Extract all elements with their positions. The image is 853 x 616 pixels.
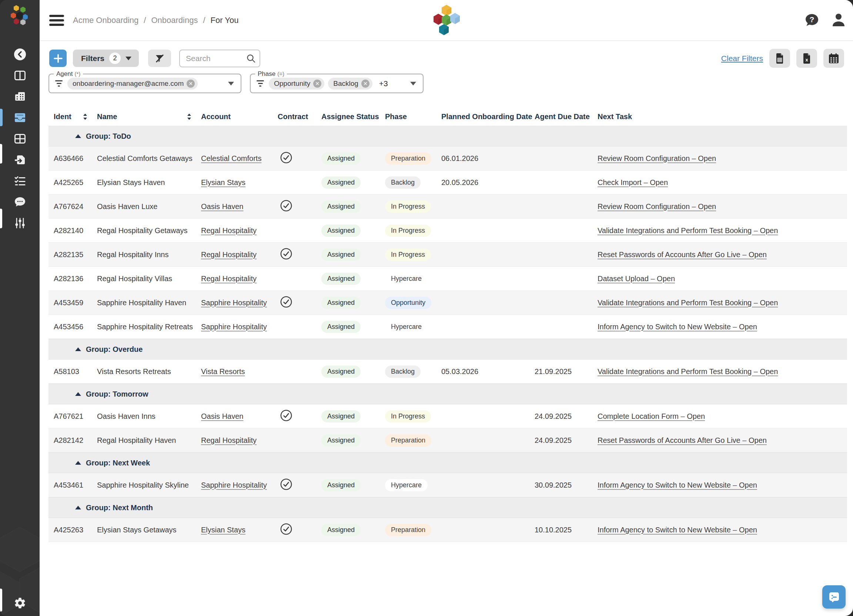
column-header-name[interactable]: Name — [97, 112, 201, 121]
table-row[interactable]: A453459 Sapphire Hospitality Haven Sapph… — [49, 291, 847, 315]
sidebar-item-tasks[interactable] — [0, 170, 39, 191]
filters-label: Filters — [81, 54, 105, 63]
account-link[interactable]: Sapphire Hospitality — [201, 298, 267, 307]
phase-filter-field[interactable]: Phase(=) Opportunity ✕ Backlog ✕ +3 — [250, 74, 423, 93]
column-header-ident[interactable]: Ident — [49, 112, 97, 121]
table-row[interactable]: A767624 Oasis Haven Luxe Oasis Haven Ass… — [49, 195, 847, 219]
group-header-row[interactable]: Group: Tomorrow — [49, 384, 847, 404]
cell-account: Sapphire Hospitality — [201, 298, 278, 307]
table-row[interactable]: A425263 Elysian Stays Getaways Elysian S… — [49, 518, 847, 542]
cell-assignee-status: Assigned — [321, 153, 385, 165]
breadcrumb-item[interactable]: Onboardings — [151, 15, 198, 25]
table-body: Group: ToDo A636466 Celestial Comforts G… — [49, 126, 847, 542]
filters-dropdown-button[interactable]: Filters 2 — [73, 50, 139, 67]
next-task-link[interactable]: Dataset Upload – Open — [598, 274, 675, 283]
next-task-link[interactable]: Reset Passwords of Accounts After Go Liv… — [598, 436, 767, 444]
sort-icon — [83, 113, 87, 120]
user-avatar-icon[interactable] — [832, 13, 845, 28]
group-header-row[interactable]: Group: Overdue — [49, 339, 847, 360]
next-task-link[interactable]: Validate Integrations and Perform Test B… — [598, 226, 778, 235]
sidebar-collapse-button[interactable] — [0, 44, 39, 65]
filter-lines-icon — [55, 80, 62, 86]
account-link[interactable]: Oasis Haven — [201, 202, 244, 210]
account-link[interactable]: Vista Resorts — [201, 367, 245, 375]
group-header-row[interactable]: Group: Next Month — [49, 497, 847, 518]
breadcrumb-item[interactable]: Acme Onboarding — [73, 15, 138, 25]
table-row[interactable]: A453461 Sapphire Hospitality Skyline Sap… — [49, 473, 847, 497]
remove-chip-icon[interactable]: ✕ — [187, 80, 195, 88]
filter-off-button[interactable] — [148, 50, 171, 67]
settings-gear-icon[interactable] — [14, 597, 26, 609]
account-link[interactable]: Elysian Stays — [201, 526, 246, 534]
sidebar-item-inbox[interactable] — [0, 107, 39, 128]
account-link[interactable]: Celestial Comforts — [201, 154, 261, 162]
next-task-link[interactable]: Validate Integrations and Perform Test B… — [598, 367, 778, 375]
next-task-link[interactable]: Inform Agency to Switch to New Website –… — [598, 322, 757, 331]
phase-badge: Backlog — [385, 177, 420, 189]
table-row[interactable]: A767621 Oasis Haven Inns Oasis Haven Ass… — [49, 404, 847, 428]
group-header-row[interactable]: Group: Next Week — [49, 453, 847, 473]
sidebar-active-indicator — [0, 109, 3, 126]
phase-badge: In Progress — [385, 225, 431, 237]
sidebar-item-table[interactable] — [0, 128, 39, 149]
sidebar-item-sliders[interactable] — [0, 212, 39, 233]
column-header-next-task: Next Task — [598, 112, 847, 121]
column-header-contract: Contract — [278, 112, 321, 121]
chevron-down-icon[interactable] — [228, 82, 234, 85]
collapse-triangle-icon — [75, 392, 81, 396]
next-task-link[interactable]: Complete Location Form – Open — [598, 412, 705, 420]
calendar-button[interactable] — [823, 49, 844, 68]
chevron-down-icon[interactable] — [410, 82, 416, 85]
account-link[interactable]: Regal Hospitality — [201, 226, 257, 235]
table-row[interactable]: A453456 Sapphire Hospitality Retreats Sa… — [49, 315, 847, 339]
next-task-link[interactable]: Review Room Configuration – Open — [598, 202, 716, 210]
table-row[interactable]: A282140 Regal Hospitality Getaways Regal… — [49, 219, 847, 243]
sidebar-flag — [0, 209, 2, 228]
next-task-link[interactable]: Validate Integrations and Perform Test B… — [598, 298, 778, 307]
export-csv-button[interactable] — [770, 49, 790, 68]
account-link[interactable]: Regal Hospitality — [201, 274, 257, 283]
sidebar-item-chat[interactable] — [0, 191, 39, 212]
cell-assignee-status: Assigned — [321, 410, 385, 422]
table-row[interactable]: A282136 Regal Hospitality Villas Regal H… — [49, 267, 847, 291]
active-filters: Agent(*) onboardering-manager@acme.com ✕… — [39, 74, 853, 93]
export-excel-button[interactable]: x — [796, 49, 817, 68]
account-link[interactable]: Regal Hospitality — [201, 436, 257, 444]
account-link[interactable]: Sapphire Hospitality — [201, 322, 267, 331]
next-task-link[interactable]: Inform Agency to Switch to New Website –… — [598, 481, 757, 489]
account-link[interactable]: Regal Hospitality — [201, 250, 257, 259]
assignee-status-badge: Assigned — [321, 297, 361, 309]
table-row[interactable]: A282135 Regal Hospitality Inns Regal Hos… — [49, 243, 847, 267]
help-icon[interactable]: ? — [804, 13, 820, 28]
remove-chip-icon[interactable]: ✕ — [361, 80, 369, 88]
next-task-link[interactable]: Check Import – Open — [598, 178, 668, 186]
collapse-triangle-icon — [75, 506, 81, 509]
table-row[interactable]: A282142 Regal Hospitality Haven Regal Ho… — [49, 428, 847, 453]
group-header-row[interactable]: Group: ToDo — [49, 126, 847, 147]
table-row[interactable]: A58103 Vista Resorts Retreats Vista Reso… — [49, 360, 847, 384]
feedback-chat-button[interactable] — [822, 585, 845, 608]
next-task-link[interactable]: Review Room Configuration – Open — [598, 154, 716, 162]
cell-account: Sapphire Hospitality — [201, 481, 278, 489]
next-task-link[interactable]: Reset Passwords of Accounts After Go Liv… — [598, 250, 767, 259]
agent-filter-field[interactable]: Agent(*) onboardering-manager@acme.com ✕ — [49, 74, 241, 93]
sidebar-item-boards[interactable] — [0, 65, 39, 86]
sidebar-item-import[interactable] — [0, 149, 39, 170]
next-task-link[interactable]: Inform Agency to Switch to New Website –… — [598, 526, 757, 534]
assignee-status-badge: Assigned — [321, 524, 361, 536]
phase-badge: Hypercare — [385, 272, 428, 285]
add-button[interactable] — [49, 50, 67, 67]
cell-phase: In Progress — [385, 249, 441, 261]
cell-ident: A282136 — [49, 274, 97, 283]
column-header-phase: Phase — [385, 112, 441, 121]
sidebar-item-company[interactable] — [0, 86, 39, 107]
account-link[interactable]: Elysian Stays — [201, 178, 246, 186]
cell-agent-due-date: 30.09.2025 — [534, 481, 598, 489]
clear-filters-link[interactable]: Clear Filters — [721, 54, 763, 63]
menu-hamburger-icon[interactable] — [49, 15, 64, 26]
account-link[interactable]: Oasis Haven — [201, 412, 244, 420]
account-link[interactable]: Sapphire Hospitality — [201, 481, 267, 489]
remove-chip-icon[interactable]: ✕ — [313, 80, 321, 88]
table-row[interactable]: A636466 Celestial Comforts Getaways Cele… — [49, 147, 847, 171]
table-row[interactable]: A425265 Elysian Stays Haven Elysian Stay… — [49, 171, 847, 195]
